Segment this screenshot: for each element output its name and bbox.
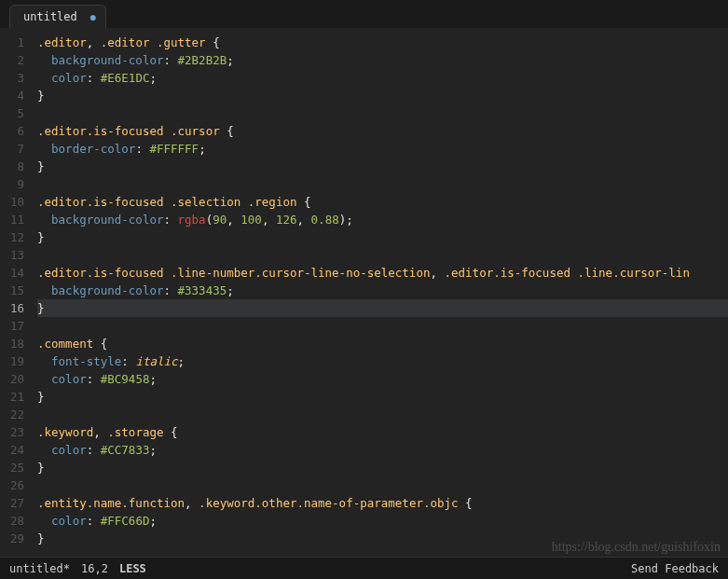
line-number: 25 [0,459,24,476]
code-line[interactable] [37,317,728,335]
code-line[interactable] [37,476,728,494]
line-number: 16 [0,299,24,317]
code-line[interactable]: } [37,158,728,175]
line-number: 14 [0,264,24,282]
code-line[interactable] [37,246,728,264]
line-number: 12 [0,228,24,246]
code-line[interactable] [37,406,728,423]
line-number: 22 [0,406,24,423]
code-line[interactable]: .editor.is-focused .cursor { [37,122,728,140]
code-line[interactable]: color: #BC9458; [37,370,728,388]
code-line[interactable] [37,104,728,122]
code-line[interactable]: } [37,299,728,317]
line-number: 8 [0,158,24,175]
editor[interactable]: 1234567891011121314151617181920212223242… [0,28,728,557]
line-number: 6 [0,122,24,140]
line-number-gutter: 1234567891011121314151617181920212223242… [0,28,30,557]
line-number: 4 [0,87,24,104]
line-number: 26 [0,476,24,494]
code-line[interactable]: } [37,87,728,104]
code-line[interactable]: } [37,228,728,246]
tab-bar: untitled ● [0,0,728,28]
status-cursor-position[interactable]: 16,2 [81,562,108,575]
circle-icon[interactable]: ● [89,12,98,21]
code-line[interactable]: } [37,530,728,547]
send-feedback-link[interactable]: Send Feedback [631,562,719,575]
line-number: 23 [0,423,24,441]
line-number: 28 [0,512,24,530]
code-line[interactable]: .editor.is-focused .selection .region { [37,193,728,211]
line-number: 15 [0,282,24,299]
code-line[interactable]: .entity.name.function, .keyword.other.na… [37,494,728,512]
line-number: 10 [0,193,24,211]
line-number: 3 [0,69,24,87]
line-number: 13 [0,246,24,264]
code-line[interactable]: background-color: rgba(90, 100, 126, 0.8… [37,211,728,228]
line-number: 29 [0,530,24,547]
line-number: 7 [0,140,24,158]
line-number: 1 [0,34,24,51]
line-number: 24 [0,441,24,459]
status-filename[interactable]: untitled* [9,562,70,575]
code-line[interactable]: .editor, .editor .gutter { [37,34,728,51]
code-line[interactable]: } [37,459,728,476]
code-line[interactable]: color: #CC7833; [37,441,728,459]
line-number: 27 [0,494,24,512]
code-line[interactable]: .keyword, .storage { [37,423,728,441]
code-line[interactable]: background-color: #2B2B2B; [37,51,728,69]
tab-title: untitled [23,10,77,23]
code-line[interactable]: background-color: #333435; [37,282,728,299]
line-number: 5 [0,104,24,122]
code-line[interactable]: font-style: italic; [37,352,728,370]
code-line[interactable]: } [37,388,728,406]
status-syntax[interactable]: LESS [119,562,146,575]
code-line[interactable]: .editor.is-focused .line-number.cursor-l… [37,264,728,282]
line-number: 9 [0,175,24,193]
tab-untitled[interactable]: untitled ● [9,5,106,28]
status-bar: untitled* 16,2 LESS Send Feedback [0,557,728,579]
code-line[interactable]: color: #FFC66D; [37,512,728,530]
line-number: 20 [0,370,24,388]
line-number: 17 [0,317,24,335]
line-number: 11 [0,211,24,228]
line-number: 18 [0,335,24,352]
code-line[interactable] [37,175,728,193]
line-number: 21 [0,388,24,406]
code-line[interactable]: border-color: #FFFFFF; [37,140,728,158]
line-number: 2 [0,51,24,69]
code-line[interactable]: .comment { [37,335,728,352]
code-line[interactable]: color: #E6E1DC; [37,69,728,87]
line-number: 19 [0,352,24,370]
code-area[interactable]: .editor, .editor .gutter { background-co… [30,28,728,557]
